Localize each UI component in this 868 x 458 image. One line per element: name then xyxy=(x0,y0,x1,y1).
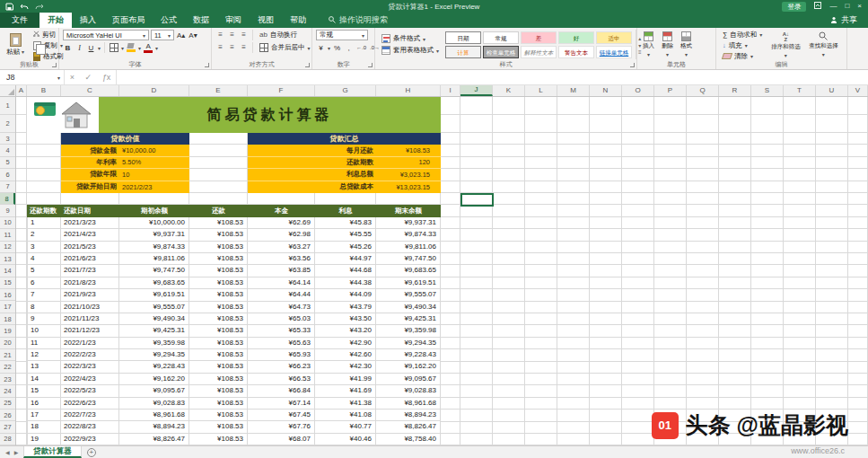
table-cell[interactable]: ¥9,162.20 xyxy=(119,374,189,384)
table-cell[interactable]: 1 xyxy=(27,217,61,228)
tab-file[interactable]: 文件 xyxy=(0,13,39,28)
save-icon[interactable] xyxy=(5,3,13,11)
table-cell[interactable]: ¥8,961.68 xyxy=(376,398,441,409)
loan-field-value[interactable]: ¥13,023.15 xyxy=(376,183,441,191)
percent-style-button[interactable]: % xyxy=(332,42,342,53)
table-cell[interactable]: ¥8,826.47 xyxy=(119,434,189,445)
loan-field-value[interactable]: ¥10,000.00 xyxy=(119,146,189,154)
table-row[interactable]: 92021/11/23¥9,490.34¥108.53¥65.03¥43.50¥… xyxy=(27,313,441,325)
table-cell[interactable]: ¥45.83 xyxy=(315,217,376,228)
bold-button[interactable]: B xyxy=(63,42,73,53)
insert-cells-button[interactable]: 插入▾ xyxy=(641,31,656,58)
row-header-22[interactable]: 22 xyxy=(0,361,15,373)
font-size-select[interactable]: 11▾ xyxy=(151,30,174,40)
close-icon[interactable]: × xyxy=(857,2,862,11)
table-cell[interactable]: 2021/6/23 xyxy=(61,253,119,264)
table-cell[interactable]: 2021/9/23 xyxy=(61,289,119,300)
table-cell[interactable]: ¥41.08 xyxy=(315,410,376,420)
cell-style-日期[interactable]: 日期 xyxy=(445,31,481,44)
sheet-next-icon[interactable]: ▶ xyxy=(14,449,19,455)
ribbon-display-options-icon[interactable] xyxy=(814,2,821,12)
table-row[interactable]: 112022/1/23¥9,359.98¥108.53¥65.63¥42.90¥… xyxy=(27,338,441,349)
cell-style-检查单元格[interactable]: 检查单元格 xyxy=(483,46,519,58)
table-cell[interactable]: ¥108.53 xyxy=(189,302,248,313)
table-cell[interactable]: 2022/4/23 xyxy=(61,374,119,384)
table-cell[interactable]: ¥9,874.33 xyxy=(376,229,441,240)
table-cell[interactable]: ¥67.14 xyxy=(248,398,315,409)
row-header-20[interactable]: 20 xyxy=(0,338,15,349)
table-cell[interactable]: ¥9,294.35 xyxy=(376,338,441,348)
column-header-B[interactable]: B xyxy=(27,85,61,96)
column-header-P[interactable]: P xyxy=(654,85,687,96)
table-cell[interactable]: ¥108.53 xyxy=(189,217,248,228)
grow-font-button[interactable]: A▴ xyxy=(176,30,186,40)
table-cell[interactable]: ¥43.50 xyxy=(315,313,376,324)
cell-style-解释性文本[interactable]: 解释性文本 xyxy=(521,46,557,58)
table-cell[interactable]: ¥68.07 xyxy=(248,434,315,445)
row-header-18[interactable]: 18 xyxy=(0,313,15,325)
column-header-L[interactable]: L xyxy=(525,85,557,96)
signin-button[interactable]: 登录 xyxy=(782,2,806,12)
table-cell[interactable]: 9 xyxy=(27,313,61,324)
align-center-button[interactable]: ≡ xyxy=(227,42,237,53)
restore-icon[interactable]: □ xyxy=(845,2,849,11)
table-cell[interactable]: ¥66.23 xyxy=(248,361,315,372)
table-cell[interactable]: ¥9,811.06 xyxy=(376,242,441,252)
comma-style-button[interactable]: , xyxy=(344,42,354,53)
table-cell[interactable]: ¥9,425.31 xyxy=(376,313,441,324)
table-cell[interactable]: ¥44.97 xyxy=(315,253,376,264)
table-cell[interactable]: 2022/5/23 xyxy=(61,385,119,396)
dialog-launcher-icon[interactable] xyxy=(305,63,310,67)
table-cell[interactable]: ¥64.14 xyxy=(248,277,315,288)
table-cell[interactable]: ¥108.53 xyxy=(189,398,248,409)
column-header-U[interactable]: U xyxy=(816,85,848,96)
cell-style-计算[interactable]: 计算 xyxy=(445,46,481,58)
row-header-13[interactable]: 13 xyxy=(0,253,15,265)
row-header-15[interactable]: 15 xyxy=(0,277,15,289)
table-cell[interactable]: ¥108.53 xyxy=(189,434,248,445)
table-cell[interactable]: ¥9,028.83 xyxy=(376,385,441,396)
column-header-M[interactable]: M xyxy=(557,85,590,96)
table-cell[interactable]: 2021/10/23 xyxy=(61,302,119,313)
table-cell[interactable]: ¥42.30 xyxy=(315,361,376,372)
table-cell[interactable]: ¥65.03 xyxy=(248,313,315,324)
table-cell[interactable]: ¥9,294.35 xyxy=(119,349,189,360)
table-row[interactable]: 82021/10/23¥9,555.07¥108.53¥64.73¥43.79¥… xyxy=(27,302,441,313)
tab-页面布局[interactable]: 页面布局 xyxy=(104,13,153,28)
table-cell[interactable]: 4 xyxy=(27,253,61,264)
table-cell[interactable]: ¥65.63 xyxy=(248,338,315,348)
table-cell[interactable]: ¥108.53 xyxy=(189,229,248,240)
table-cell[interactable]: ¥41.69 xyxy=(315,385,376,396)
table-cell[interactable]: 2022/1/23 xyxy=(61,338,119,348)
table-row[interactable]: 22021/4/23¥9,937.31¥108.53¥62.98¥45.55¥9… xyxy=(27,229,441,241)
merge-center-button[interactable]: 合并后居中 ▾ xyxy=(257,43,313,53)
table-cell[interactable]: ¥9,490.34 xyxy=(119,313,189,324)
table-cell[interactable]: 2022/6/23 xyxy=(61,398,119,409)
insert-function-icon[interactable]: ƒx xyxy=(102,73,111,82)
table-cell[interactable]: 2022/2/23 xyxy=(61,349,119,360)
italic-button[interactable]: I xyxy=(75,42,84,53)
active-cell-selection[interactable] xyxy=(460,193,494,207)
row-header-19[interactable]: 19 xyxy=(0,325,15,337)
tab-帮助[interactable]: 帮助 xyxy=(282,13,314,28)
column-header-I[interactable]: I xyxy=(441,85,460,96)
dialog-launcher-icon[interactable] xyxy=(630,63,635,67)
table-cell[interactable]: 2021/5/23 xyxy=(61,242,119,252)
share-button[interactable]: 共享 xyxy=(830,13,868,28)
table-row[interactable]: 72021/9/23¥9,619.51¥108.53¥64.44¥44.09¥9… xyxy=(27,289,441,301)
row-header-10[interactable]: 10 xyxy=(0,217,15,229)
table-row[interactable]: 52021/7/23¥9,747.50¥108.53¥63.85¥44.68¥9… xyxy=(27,265,441,277)
cell-style-差[interactable]: 差 xyxy=(521,31,557,44)
shrink-font-button[interactable]: A▾ xyxy=(188,30,197,40)
table-row[interactable]: 182022/8/23¥8,894.23¥108.53¥67.76¥40.77¥… xyxy=(27,421,441,433)
minimize-icon[interactable]: — xyxy=(829,2,837,11)
new-sheet-icon[interactable]: + xyxy=(87,448,96,457)
table-row[interactable]: 12021/3/23¥10,000.00¥108.53¥62.69¥45.83¥… xyxy=(27,217,441,229)
table-cell[interactable]: ¥9,490.34 xyxy=(376,302,441,313)
table-cell[interactable]: ¥108.53 xyxy=(189,361,248,372)
spreadsheet-grid[interactable]: 1234567891011121314151617181920212223242… xyxy=(0,97,868,445)
sheet-tab-loan-calculator[interactable]: 贷款计算器 xyxy=(23,446,82,458)
table-cell[interactable]: 2021/4/23 xyxy=(61,229,119,240)
delete-cells-button[interactable]: 删除▾ xyxy=(660,31,675,58)
align-bottom-button[interactable]: ≡ xyxy=(239,30,249,40)
